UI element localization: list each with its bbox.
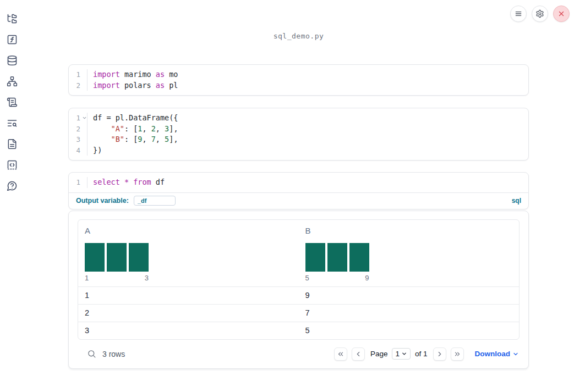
code-token: df = pl.DataFrame({	[93, 113, 178, 122]
code-line: 1 df = pl.DataFrame({	[69, 113, 528, 124]
code-token: })	[93, 146, 102, 154]
previous-page-button[interactable]	[352, 347, 365, 361]
sidebar-item-variables[interactable]	[6, 34, 18, 46]
code-token: import	[93, 70, 120, 79]
code-line: 2 "A": [1, 2, 3],	[69, 124, 528, 135]
code-editor[interactable]: 1 import marimo as mo 2 import polars as…	[69, 65, 528, 95]
chevron-down-icon	[401, 351, 407, 357]
notebook-area: sql_demo.py 1 import marimo as mo 2 impo…	[68, 0, 529, 369]
settings-button[interactable]	[532, 5, 548, 22]
fold-chevron-icon[interactable]	[82, 115, 87, 120]
sql-cell[interactable]: 1 select * from df Output variable: sql	[68, 172, 529, 209]
close-icon	[557, 10, 565, 18]
page-select-value: 1	[395, 350, 400, 358]
next-page-button[interactable]	[433, 347, 446, 361]
code-token	[93, 135, 111, 143]
help-bubble-icon	[7, 180, 18, 191]
sidebar-item-dependency-graph[interactable]	[6, 75, 18, 87]
sidebar-item-file-explorer[interactable]	[6, 13, 18, 25]
shutdown-button[interactable]	[553, 5, 570, 22]
code-line: 2 import polars as pl	[69, 80, 528, 91]
code-line: 4 })	[69, 145, 528, 156]
table-cell: 1	[78, 287, 299, 304]
histogram-bar[interactable]	[349, 243, 369, 272]
code-line: 1 import marimo as mo	[69, 69, 528, 80]
table-row[interactable]: 3 5	[78, 322, 519, 339]
column-b-histogram	[305, 243, 369, 272]
output-variable-label: Output variable:	[76, 197, 129, 205]
table-cell: 5	[299, 322, 520, 339]
code-square-icon	[7, 159, 18, 170]
function-square-icon	[7, 34, 18, 45]
search-icon[interactable]	[87, 349, 96, 358]
code-token: ,	[142, 124, 151, 133]
code-token: marimo	[120, 70, 156, 79]
table-cell: 7	[299, 305, 520, 322]
sql-editor[interactable]: 1 select * from df	[69, 173, 528, 192]
code-token: polars	[120, 81, 156, 90]
code-line: 1 select * from df	[69, 177, 528, 188]
tick-max: 9	[365, 274, 369, 282]
code-token: as	[156, 81, 165, 90]
page-of-label: of 1	[415, 350, 428, 358]
histogram-ticks: 5 9	[305, 274, 369, 282]
histogram-ticks: 1 3	[85, 274, 149, 282]
column-header-a[interactable]: A 1 3	[78, 220, 299, 286]
first-page-button[interactable]	[334, 347, 347, 361]
notebook-filename[interactable]: sql_demo.py	[68, 32, 529, 43]
tick-min: 1	[85, 274, 89, 282]
sidebar-item-help[interactable]	[6, 180, 18, 192]
page-label: Page	[370, 350, 388, 358]
tick-max: 3	[145, 274, 149, 282]
histogram-bar[interactable]	[107, 243, 127, 272]
table-row[interactable]: 2 7	[78, 304, 519, 322]
line-number: 4	[69, 145, 88, 156]
column-header-b[interactable]: B 5 9	[299, 220, 520, 286]
sidebar-item-toc-search[interactable]	[6, 117, 18, 129]
tick-min: 5	[305, 274, 309, 282]
sql-cell-footer: Output variable: sql	[69, 193, 528, 209]
sidebar-item-data-sources[interactable]	[6, 54, 18, 67]
histogram-bar[interactable]	[327, 243, 347, 272]
line-number: 1	[76, 114, 80, 122]
line-number: 3	[69, 134, 88, 145]
sidebar-item-logs[interactable]	[6, 96, 18, 108]
download-button[interactable]: Download	[475, 350, 520, 358]
sidebar-item-scratchpad[interactable]	[6, 159, 18, 171]
code-cell-imports[interactable]: 1 import marimo as mo 2 import polars as…	[68, 64, 529, 96]
sidebar-item-documentation[interactable]	[6, 138, 18, 150]
table-row[interactable]: 1 9	[78, 286, 519, 304]
histogram-bar[interactable]	[305, 243, 325, 272]
code-editor[interactable]: 1 df = pl.DataFrame({ 2 "A": [1, 2, 3], …	[69, 108, 528, 160]
last-page-button[interactable]	[451, 347, 464, 361]
code-token	[129, 178, 133, 186]
sql-output-area: A 1 3 B	[68, 211, 529, 369]
page-select[interactable]: 1	[392, 348, 411, 360]
code-token: as	[156, 70, 165, 79]
text-search-icon	[7, 118, 18, 129]
table-cell: 9	[299, 287, 520, 304]
code-token: select	[93, 178, 120, 186]
column-label: B	[305, 226, 513, 235]
file-text-icon	[7, 139, 18, 150]
folder-tree-icon	[7, 13, 18, 24]
network-icon	[7, 76, 18, 87]
line-number: 1	[69, 177, 88, 188]
histogram-bar[interactable]	[129, 243, 149, 272]
column-label: A	[85, 226, 292, 235]
table-cell: 3	[78, 322, 299, 339]
table-header: A 1 3 B	[78, 220, 519, 286]
column-a-histogram	[85, 243, 149, 272]
table-cell: 2	[78, 305, 299, 322]
row-count: 3 rows	[102, 350, 125, 358]
code-token: : [	[124, 135, 138, 143]
language-badge: sql	[512, 197, 521, 205]
output-variable-input[interactable]	[134, 196, 176, 206]
gear-icon	[535, 9, 544, 18]
database-icon	[7, 55, 18, 66]
scroll-text-icon	[7, 97, 18, 108]
helper-sidebar	[0, 0, 24, 392]
histogram-bar[interactable]	[85, 243, 105, 272]
code-token: 2	[151, 124, 156, 133]
code-cell-dataframe[interactable]: 1 df = pl.DataFrame({ 2 "A": [1, 2, 3], …	[68, 108, 529, 161]
